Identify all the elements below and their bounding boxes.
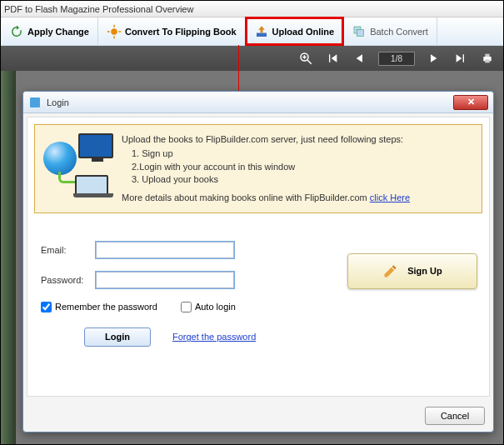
login-dialog: Login ✕ Upload the books to FlipBuilder.… bbox=[22, 91, 494, 432]
svg-rect-5 bbox=[257, 32, 267, 37]
main-title: PDF to Flash Magazine Professional Overv… bbox=[4, 4, 193, 14]
dialog-title: Login bbox=[47, 98, 453, 108]
apply-change-button[interactable]: Apply Change bbox=[1, 18, 98, 45]
first-page-icon[interactable] bbox=[325, 51, 340, 66]
toolbar: Apply Change Convert To Flipping Book Up… bbox=[1, 18, 503, 46]
laptop-icon bbox=[75, 175, 108, 195]
upload-label: Upload Online bbox=[272, 27, 335, 37]
svg-rect-3 bbox=[107, 31, 110, 32]
app-icon bbox=[28, 96, 42, 109]
viewer-toolbar: 1/8 bbox=[1, 46, 503, 71]
remember-label: Remember the password bbox=[55, 302, 157, 312]
dialog-footer: Cancel bbox=[23, 400, 493, 432]
autologin-label: Auto login bbox=[195, 302, 236, 312]
svg-rect-7 bbox=[357, 29, 363, 36]
page-indicator[interactable]: 1/8 bbox=[378, 52, 415, 66]
email-field[interactable] bbox=[96, 242, 234, 258]
print-icon[interactable] bbox=[480, 51, 495, 66]
step-1: 1. Sign up bbox=[132, 148, 410, 160]
login-button[interactable]: Login bbox=[84, 328, 151, 347]
globe-icon bbox=[43, 142, 77, 175]
svg-rect-15 bbox=[30, 98, 40, 108]
svg-line-9 bbox=[307, 60, 312, 64]
info-more: More details about making books online w… bbox=[122, 192, 370, 202]
signup-button[interactable]: Sign Up bbox=[347, 253, 477, 289]
autologin-checkbox[interactable]: Auto login bbox=[181, 302, 236, 312]
info-text: Upload the books to FlipBuilder.com serv… bbox=[122, 133, 410, 204]
next-page-icon[interactable] bbox=[427, 51, 442, 66]
apply-change-label: Apply Change bbox=[27, 27, 89, 37]
email-label: Email: bbox=[41, 245, 87, 255]
remember-checkbox[interactable]: Remember the password bbox=[41, 302, 157, 312]
svg-rect-13 bbox=[485, 54, 489, 57]
network-graphic bbox=[43, 133, 113, 195]
svg-rect-1 bbox=[113, 24, 115, 27]
pencil-icon bbox=[382, 262, 399, 279]
dialog-titlebar: Login ✕ bbox=[23, 92, 493, 113]
batch-convert-button[interactable]: Batch Convert bbox=[343, 18, 437, 45]
remember-checkbox-input[interactable] bbox=[41, 302, 52, 312]
forget-password-link[interactable]: Forget the password bbox=[172, 332, 256, 342]
step-2: 2.Login with your account in this window bbox=[132, 161, 410, 173]
upload-online-button[interactable]: Upload Online bbox=[246, 18, 344, 45]
svg-rect-14 bbox=[485, 59, 489, 62]
password-label: Password: bbox=[41, 275, 87, 285]
refresh-icon bbox=[9, 24, 24, 39]
gear-icon bbox=[107, 24, 122, 39]
password-field[interactable] bbox=[96, 272, 234, 288]
close-button[interactable]: ✕ bbox=[453, 95, 488, 110]
login-form: Email: Password: Remember the password A… bbox=[34, 213, 482, 389]
info-panel: Upload the books to FlipBuilder.com serv… bbox=[34, 124, 482, 213]
monitor-icon bbox=[78, 133, 113, 158]
signup-label: Sign Up bbox=[407, 266, 442, 276]
svg-rect-4 bbox=[118, 31, 121, 32]
info-intro: Upload the books to FlipBuilder.com serv… bbox=[122, 133, 410, 146]
svg-point-0 bbox=[111, 28, 117, 35]
click-here-link[interactable]: click Here bbox=[370, 192, 410, 202]
cancel-button[interactable]: Cancel bbox=[425, 407, 485, 425]
autologin-checkbox-input[interactable] bbox=[181, 302, 192, 312]
close-icon: ✕ bbox=[467, 97, 475, 108]
dialog-body: Upload the books to FlipBuilder.com serv… bbox=[27, 117, 490, 397]
convert-button[interactable]: Convert To Flipping Book bbox=[98, 18, 246, 45]
info-more-line: More details about making books online w… bbox=[122, 192, 410, 204]
svg-rect-2 bbox=[113, 36, 115, 38]
annotation-arrow bbox=[238, 45, 239, 97]
convert-label: Convert To Flipping Book bbox=[125, 27, 237, 37]
step-3: 3. Upload your books bbox=[132, 173, 410, 186]
prev-page-icon[interactable] bbox=[352, 51, 367, 66]
batch-label: Batch Convert bbox=[370, 27, 428, 37]
last-page-icon[interactable] bbox=[453, 51, 468, 66]
upload-icon bbox=[254, 24, 269, 39]
main-titlebar: PDF to Flash Magazine Professional Overv… bbox=[1, 1, 503, 18]
batch-icon bbox=[352, 24, 367, 39]
preview-strip bbox=[1, 71, 16, 444]
zoom-icon[interactable] bbox=[298, 51, 313, 66]
